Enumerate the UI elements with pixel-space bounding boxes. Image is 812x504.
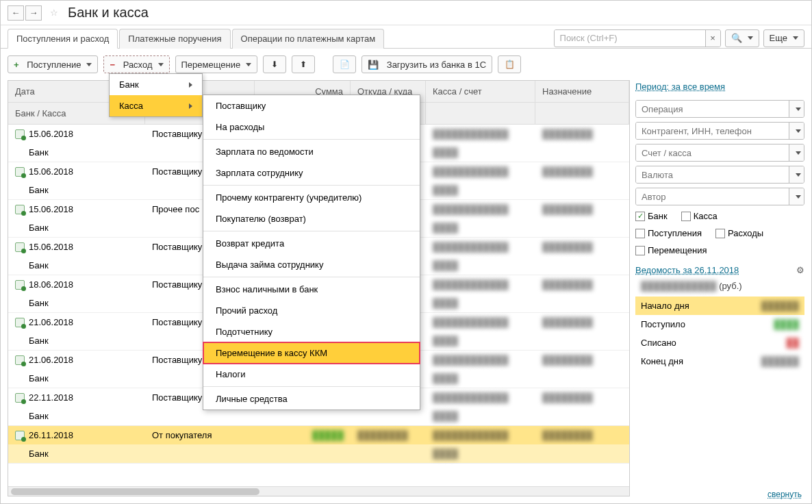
submenu2-item[interactable]: Зарплата сотруднику <box>203 162 420 184</box>
row-purpose: ████████ <box>535 351 629 369</box>
row-account: ████████████ <box>426 351 535 369</box>
submenu2-item[interactable]: На расходы <box>203 116 420 138</box>
row-account: ████████████ <box>426 238 535 256</box>
export-button[interactable]: ⬇ <box>263 55 286 73</box>
check-move[interactable]: Перемещения <box>635 245 707 255</box>
ved-start-label: Начало дня <box>641 301 689 311</box>
row-bank: Банк <box>8 369 145 388</box>
filter-sidebar: Период: за все время ✓Банк Касса Поступл… <box>635 80 804 496</box>
export-icon: ⬇ <box>269 59 280 70</box>
check-bank[interactable]: ✓Банк <box>635 211 668 221</box>
document-icon <box>15 242 25 252</box>
row-date: 15.06.2018 <box>29 166 73 177</box>
row-purpose: ████████ <box>535 238 629 256</box>
income-button[interactable]: + Поступление <box>8 55 98 73</box>
filter-author[interactable] <box>636 188 789 205</box>
col-purpose[interactable]: Назначение <box>535 81 629 102</box>
vedomost-link[interactable]: Ведомость за 26.11.2018 <box>635 265 739 275</box>
ved-end-label: Конец дня <box>641 356 683 366</box>
gear-icon[interactable]: ⚙ <box>796 265 804 275</box>
report-icon: 📋 <box>504 59 515 70</box>
filter-counterparty-dd[interactable] <box>789 123 804 139</box>
search-clear-button[interactable]: × <box>705 30 720 47</box>
tab-payment-orders[interactable]: Платежные поручения <box>119 29 230 49</box>
ved-in-label: Поступило <box>641 319 685 329</box>
submenu2-item[interactable]: Личные средства <box>203 388 420 410</box>
copy-button[interactable]: 📄 <box>333 55 356 73</box>
filter-currency-dd[interactable] <box>789 166 804 183</box>
submenu1-bank[interactable]: Банк <box>110 74 202 95</box>
submenu2-item[interactable]: Подотчетнику <box>203 321 420 342</box>
search-input[interactable] <box>555 30 705 46</box>
period-link[interactable]: Период: за все время <box>635 80 804 96</box>
tab-income-expense[interactable]: Поступления и расход <box>8 29 118 49</box>
filter-operation-dd[interactable] <box>789 101 804 117</box>
minus-icon: − <box>110 60 115 70</box>
expense-submenu-1: Банк Касса <box>109 73 203 117</box>
submenu1-kassa[interactable]: Касса <box>110 95 202 116</box>
submenu2-item[interactable]: Прочему контрагенту (учредителю) <box>203 187 420 208</box>
check-expense[interactable]: Расходы <box>715 228 763 238</box>
submenu2-item[interactable]: Зарплата по ведомости <box>203 141 420 162</box>
check-kassa[interactable]: Касса <box>681 211 718 221</box>
filter-currency[interactable] <box>636 166 789 183</box>
submenu2-item[interactable]: Выдача займа сотруднику <box>203 254 420 275</box>
submenu2-item[interactable]: Поставщику <box>203 95 420 116</box>
tab-card-operations[interactable]: Операции по платежным картам <box>232 29 385 49</box>
submenu2-item[interactable]: Покупателю (возврат) <box>203 208 420 229</box>
row-bank: Банк <box>8 256 145 275</box>
search-exec-button[interactable]: 🔍 <box>725 29 759 47</box>
check-income[interactable]: Поступления <box>635 228 702 238</box>
search-box: × <box>554 29 721 47</box>
filter-author-dd[interactable] <box>789 188 804 205</box>
row-where: ████████ <box>351 426 426 444</box>
document-icon <box>15 393 25 403</box>
row-purpose: ████████ <box>535 426 629 444</box>
magnifier-icon: 🔍 <box>731 33 742 43</box>
submenu2-item[interactable]: Взнос наличными в банк <box>203 279 420 300</box>
filter-account-dd[interactable] <box>789 144 804 161</box>
nav-forward-button[interactable]: → <box>25 5 42 21</box>
favorite-star-icon[interactable]: ☆ <box>47 6 61 20</box>
plus-icon: + <box>14 60 19 70</box>
row-bank: Банк <box>8 294 145 312</box>
ved-end-val: ██████ <box>761 356 799 366</box>
import-button[interactable]: ⬆ <box>292 55 315 73</box>
report-button[interactable]: 📋 <box>498 55 521 73</box>
col-account[interactable]: Касса / счет <box>426 81 535 102</box>
chevron-right-icon <box>189 82 192 88</box>
document-icon <box>15 205 25 214</box>
row-account: ████████████ <box>426 426 535 444</box>
row-date: 26.11.2018 <box>29 430 73 440</box>
row-account: ████████████ <box>426 313 535 331</box>
collapse-link[interactable]: свернуть <box>767 490 802 499</box>
document-icon <box>15 318 25 327</box>
filter-account[interactable] <box>636 144 789 161</box>
row-date: 21.06.2018 <box>29 355 73 365</box>
filter-counterparty[interactable] <box>636 123 789 139</box>
row-purpose: ████████ <box>535 125 629 143</box>
expense-button[interactable]: − Расход <box>103 55 169 73</box>
row-bank: Банк <box>8 181 145 199</box>
row-date: 18.06.2018 <box>29 279 73 290</box>
horizontal-scrollbar[interactable] <box>8 486 629 496</box>
table-row[interactable]: 26.11.2018От покупателя█████████████████… <box>8 426 629 464</box>
submenu2-item[interactable]: Возврат кредита <box>203 233 420 254</box>
filter-operation[interactable] <box>636 101 789 117</box>
row-date: 15.06.2018 <box>29 129 73 139</box>
nav-back-button[interactable]: ← <box>8 5 24 21</box>
submenu2-item[interactable]: Налоги <box>203 364 420 385</box>
row-account: ████████████ <box>426 200 535 218</box>
move-button[interactable]: Перемещение <box>175 55 258 73</box>
ved-out-val: ██ <box>787 338 799 348</box>
more-button[interactable]: Еще <box>763 29 804 47</box>
submenu2-item[interactable]: Прочий расход <box>203 300 420 321</box>
row-sum: █████ <box>255 426 351 444</box>
bank-load-icon: 💾 <box>368 60 379 70</box>
row-account: ████████████ <box>426 275 535 294</box>
submenu2-item[interactable]: Перемещение в кассу ККМ <box>203 342 420 364</box>
vedomost-account-blur: ████████████ <box>641 281 717 291</box>
row-bank: Банк <box>8 444 145 463</box>
row-date: 15.06.2018 <box>29 204 73 214</box>
load-from-bank-button[interactable]: 💾 Загрузить из банка в 1С <box>361 55 492 73</box>
